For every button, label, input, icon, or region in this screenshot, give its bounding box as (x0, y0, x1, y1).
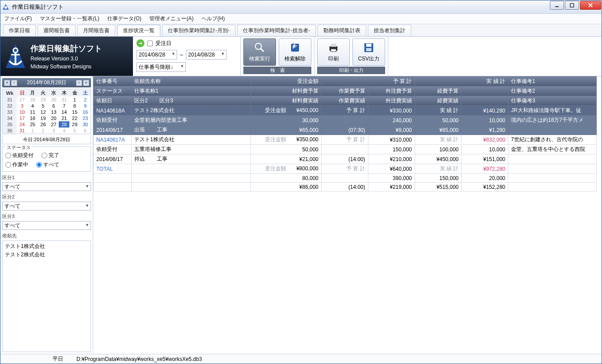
tab-3[interactable]: 進捗状況一覧 (117, 25, 160, 36)
status-path: D:¥ProgramData¥midway¥works_xe5¥worksXe5… (76, 356, 202, 362)
menu-admin[interactable]: 管理者メニュー(A) (149, 15, 193, 23)
k1-combo[interactable] (2, 182, 91, 191)
svg-rect-14 (331, 44, 336, 47)
date-tilde: ～ (179, 51, 184, 59)
today-line: 今日:2014年08月28日 (2, 135, 91, 144)
output-group-label: 印刷・出力 (317, 67, 385, 74)
toolbar: 作業日報集計ソフト Release Version 3.0 Midway Sof… (0, 37, 602, 76)
cal-prev-month[interactable]: ‹ (11, 80, 17, 86)
titlebar: 作業日報集計ソフト (0, 0, 602, 14)
radio-done[interactable]: 完了 (42, 152, 59, 159)
cal-prev-year[interactable]: « (4, 80, 10, 86)
client-item[interactable]: テスト1株式会社 (4, 242, 89, 251)
tab-2[interactable]: 月間報告書 (77, 25, 115, 36)
status-fieldset: ステータス 依頼受付 完了 作業中 すべて (2, 146, 91, 172)
tabs: 作業日報週間報告書月間報告書進捗状況一覧仕事別作業時間集計-月別-仕事別作業時間… (0, 24, 602, 37)
window-title: 作業日報集計ソフト (12, 3, 600, 11)
menu-help[interactable]: ヘルプ(H) (201, 15, 225, 23)
radio-all[interactable]: すべて (36, 161, 59, 169)
search-exec-button[interactable]: 検索実行 (243, 38, 276, 66)
k3-combo[interactable] (2, 221, 91, 230)
svg-point-10 (255, 43, 261, 49)
statusbar: 平日 D:¥ProgramData¥midway¥works_xe5¥works… (0, 354, 602, 364)
maximize-button[interactable] (565, 1, 579, 10)
tab-6[interactable]: 勤務時間集計表 (318, 25, 366, 36)
radio-request[interactable]: 依頼受付 (5, 152, 34, 159)
search-group: 検索実行 検索解除 検 索 (241, 37, 314, 76)
undo-icon (289, 42, 301, 53)
svg-rect-18 (366, 48, 371, 51)
sidebar: «‹ 2014年08月28日 ›» Wk日月火水木金土3127282930311… (0, 76, 93, 354)
menu-file[interactable]: ファイル(F) (4, 15, 32, 23)
svg-rect-15 (331, 49, 336, 52)
cal-next-year[interactable]: » (83, 80, 89, 86)
logo-title: 作業日報集計ソフト (30, 43, 102, 54)
tab-5[interactable]: 仕事別作業時間集計-担当者- (237, 25, 316, 36)
radio-working[interactable]: 作業中 (5, 161, 28, 169)
search-clear-button[interactable]: 検索解除 (279, 38, 311, 66)
csv-button[interactable]: CSV出力 (352, 38, 385, 66)
search-icon (254, 42, 265, 53)
calendar-nav: «‹ 2014年08月28日 ›» (2, 78, 91, 87)
search-block: ➜ 受注日 ～ (133, 37, 241, 76)
client-label: 依頼先 (2, 233, 91, 239)
output-group: 印刷 CSV出力 印刷・出力 (314, 37, 388, 76)
svg-point-1 (4, 6, 7, 9)
printer-icon (328, 42, 339, 53)
svg-rect-3 (570, 4, 574, 7)
tab-0[interactable]: 作業日報 (3, 25, 36, 36)
client-item[interactable]: テスト2株式会社 (4, 251, 89, 259)
date-to[interactable] (186, 50, 227, 60)
app-icon (2, 4, 9, 11)
tab-1[interactable]: 週間報告書 (38, 25, 76, 36)
k3-label: 区分3 (2, 213, 91, 220)
go-icon[interactable]: ➜ (136, 39, 144, 47)
status-daytype: 平日 (53, 355, 63, 363)
svg-line-11 (261, 49, 264, 52)
print-button[interactable]: 印刷 (317, 38, 350, 66)
save-icon (363, 42, 375, 53)
logo-version: Release Version 3.0 (30, 56, 102, 62)
client-list[interactable]: テスト1株式会社テスト2株式会社 (2, 240, 91, 352)
menu-master[interactable]: マスター登録・一覧表(L) (40, 15, 99, 23)
sort-combo[interactable] (136, 62, 186, 72)
k2-combo[interactable] (2, 202, 91, 210)
calendar[interactable]: Wk日月火水木金土3127282930311232345678933101112… (2, 89, 91, 134)
k1-label: 区分1 (2, 174, 91, 181)
menubar: ファイル(F) マスター登録・一覧表(L) 仕事データ(O) 管理者メニュー(A… (0, 14, 602, 24)
logo-block: 作業日報集計ソフト Release Version 3.0 Midway Sof… (0, 37, 133, 76)
search-group-label: 検 索 (243, 67, 311, 74)
tab-7[interactable]: 担当者別集計 (368, 25, 411, 36)
close-button[interactable] (580, 1, 601, 10)
calendar-title: 2014年08月28日 (27, 79, 66, 86)
menu-jobdata[interactable]: 仕事データ(O) (107, 15, 141, 23)
k2-label: 区分2 (2, 194, 91, 200)
cal-next-month[interactable]: › (76, 80, 82, 86)
order-date-checkbox[interactable] (147, 41, 153, 46)
grid[interactable]: 仕事番号依頼先名称受注金額予 算 計実 績 計仕事備考1ステータス仕事名称1材料… (93, 76, 602, 354)
order-date-label: 受注日 (155, 40, 171, 47)
minimize-button[interactable] (550, 1, 564, 10)
logo-vendor: Midway Software Designs (30, 64, 102, 70)
svg-rect-17 (366, 44, 371, 47)
anchor-icon (5, 43, 26, 70)
date-from[interactable] (136, 50, 177, 60)
tab-4[interactable]: 仕事別作業時間集計-月別- (162, 25, 235, 36)
